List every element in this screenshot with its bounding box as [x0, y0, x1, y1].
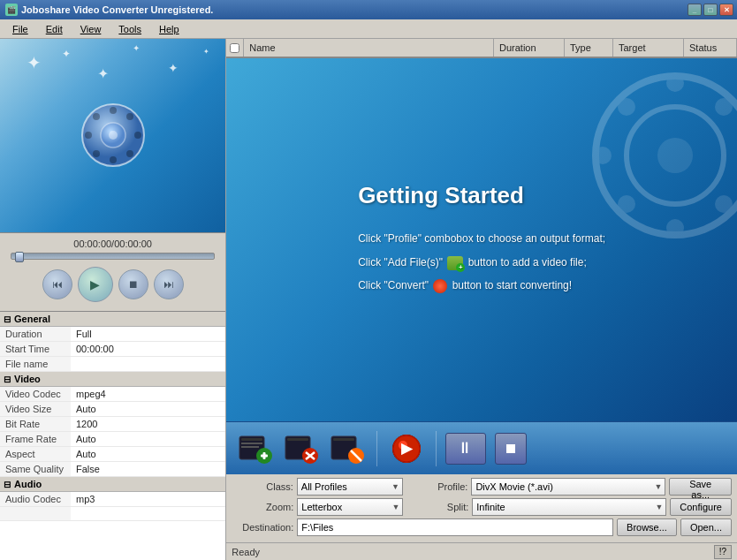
prop-label-framerate: Frame Rate: [0, 432, 71, 446]
add-file-icon: [238, 433, 273, 465]
header-type: Type: [565, 39, 613, 57]
class-select[interactable]: All Profiles: [297, 478, 403, 496]
gs-instructions: Click "Profile" combobox to choose an ou…: [358, 227, 605, 297]
audio-label: Audio: [14, 479, 42, 489]
gs-title: Getting Started: [358, 182, 605, 209]
prop-label-bitrate: Bit Rate: [0, 417, 71, 431]
convert-button[interactable]: ▶: [386, 428, 427, 469]
svg-point-20: [618, 195, 635, 213]
prop-row-samequality: Same Quality False: [0, 462, 225, 477]
minimize-button[interactable]: _: [688, 4, 702, 16]
sparkle-3: ✦: [97, 65, 109, 82]
prop-row-videosize: Video Size Auto: [0, 402, 225, 417]
checkbox-input[interactable]: [230, 43, 239, 53]
stop-convert-button[interactable]: ⏹: [495, 433, 527, 465]
menu-help[interactable]: Help: [150, 22, 188, 36]
status-bar: Ready !?: [226, 542, 737, 560]
play-button[interactable]: ▶: [78, 267, 113, 302]
svg-point-2: [109, 131, 118, 140]
svg-point-3: [110, 107, 117, 114]
split-select[interactable]: Infinite: [472, 498, 666, 516]
app-icon: 🎬: [5, 4, 18, 16]
prop-value-duration: Full: [71, 327, 225, 341]
toolbar-separator-1: [376, 431, 377, 466]
gs-line1: Click "Profile" combobox to choose an ou…: [358, 227, 605, 250]
profile-label: Profile:: [406, 481, 468, 492]
progress-bar-container: [4, 251, 222, 261]
destination-input[interactable]: [297, 518, 613, 536]
props-scroll[interactable]: ⊟ General Duration Full Start Time 00:00…: [0, 312, 225, 560]
menu-tools[interactable]: Tools: [110, 22, 150, 36]
zoom-select-wrapper: Letterbox ▼: [297, 498, 403, 516]
svg-rect-35: [333, 438, 354, 441]
progress-bar[interactable]: [11, 253, 215, 260]
destination-row: Destination: Browse... Open...: [232, 518, 732, 536]
profile-select[interactable]: DivX Movie (*.avi): [471, 478, 665, 496]
progress-thumb[interactable]: [15, 252, 24, 262]
svg-point-10: [126, 150, 133, 157]
profile-select-wrapper: DivX Movie (*.avi) ▼: [471, 478, 665, 496]
prop-label-duration: Duration: [0, 327, 71, 341]
transport-controls: ⏮ ▶ ⏹ ⏭: [4, 261, 222, 307]
file-list-header: Name Duration Type Target Status: [226, 39, 737, 58]
status-right-button[interactable]: !?: [714, 545, 732, 559]
title-bar-left: 🎬 Joboshare Video Converter Unregistered…: [5, 4, 213, 16]
general-label: General: [14, 314, 50, 324]
select-all-checkbox[interactable]: [226, 39, 244, 57]
sparkle-4: ✦: [133, 43, 140, 53]
prop-value-samequality: False: [71, 462, 225, 476]
svg-point-8: [126, 113, 133, 120]
properties-panel: ⊟ General Duration Full Start Time 00:00…: [0, 311, 225, 560]
open-button[interactable]: Open...: [680, 518, 732, 536]
no-sound-button[interactable]: [327, 428, 368, 469]
pause-button[interactable]: ⏸: [445, 433, 486, 465]
browse-button[interactable]: Browse...: [617, 518, 677, 536]
prop-value-videosize: Auto: [71, 402, 225, 416]
title-bar: 🎬 Joboshare Video Converter Unregistered…: [0, 0, 737, 19]
prop-row-aspect: Aspect Auto: [0, 447, 225, 462]
prop-value-audiocodec: mp3: [71, 492, 225, 506]
prop-label-starttime: Start Time: [0, 342, 71, 356]
menu-edit[interactable]: Edit: [37, 22, 72, 36]
stop-button[interactable]: ⏹: [118, 269, 148, 299]
menu-file[interactable]: File: [4, 22, 37, 36]
audio-toggle-icon: ⊟: [4, 480, 11, 489]
remove-file-button[interactable]: [281, 428, 322, 469]
audio-section-header[interactable]: ⊟ Audio: [0, 477, 225, 492]
zoom-split-row: Zoom: Letterbox ▼ Split: Infinite ▼ Conf…: [232, 498, 732, 516]
maximize-button[interactable]: □: [703, 4, 718, 16]
rewind-icon: ⏮: [52, 278, 63, 291]
prop-label-filename: File name: [0, 357, 71, 371]
header-duration: Duration: [494, 39, 565, 57]
add-file-button[interactable]: [235, 428, 276, 469]
close-button[interactable]: ✕: [719, 4, 733, 16]
class-profile-row: Class: All Profiles ▼ Profile: DivX Movi…: [232, 478, 732, 496]
menu-view[interactable]: View: [72, 22, 110, 36]
toolbar-separator-2: [436, 431, 437, 466]
split-label: Split:: [406, 502, 468, 512]
prop-value-aspect: Auto: [71, 447, 225, 461]
video-section-header[interactable]: ⊟ Video: [0, 372, 225, 387]
prop-label-audio-extra: [0, 507, 71, 520]
zoom-select[interactable]: Letterbox: [297, 498, 403, 516]
svg-text:▶: ▶: [401, 441, 414, 456]
forward-button[interactable]: ⏭: [154, 269, 184, 299]
stop-icon: ⏹: [128, 278, 139, 291]
status-text: Ready: [232, 547, 260, 557]
rewind-button[interactable]: ⏮: [42, 269, 72, 299]
main-container: ✦ ✦ ✦ ✦ ✦ ✦: [0, 39, 737, 560]
svg-point-16: [594, 147, 612, 164]
play-icon: ▶: [90, 277, 100, 291]
save-as-button[interactable]: Save as...: [669, 478, 732, 496]
general-toggle-icon: ⊟: [4, 314, 11, 324]
svg-point-5: [85, 132, 92, 139]
configure-button[interactable]: Configure: [670, 498, 732, 516]
svg-point-18: [618, 98, 635, 116]
right-panel: Name Duration Type Target Status: [226, 39, 737, 560]
sparkle-5: ✦: [168, 61, 179, 75]
prop-label-aspect: Aspect: [0, 447, 71, 461]
prop-value-audio-extra: [71, 507, 225, 520]
svg-point-19: [715, 98, 733, 116]
prop-value-starttime: 00:00:00: [71, 342, 225, 356]
general-section-header[interactable]: ⊟ General: [0, 312, 225, 327]
